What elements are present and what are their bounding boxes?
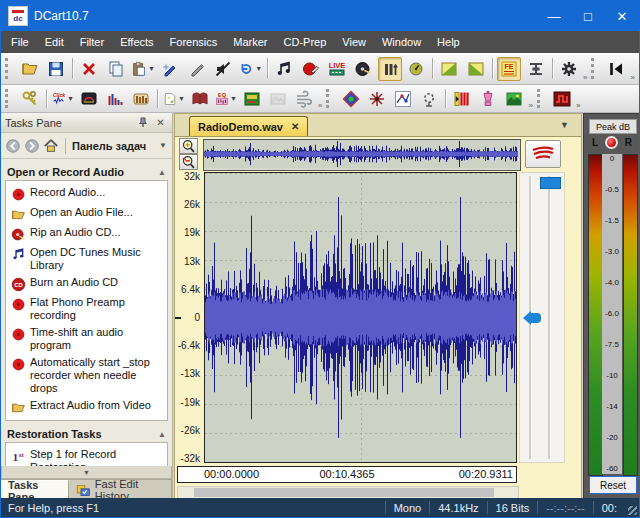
- tab-list-dropdown-icon[interactable]: ▼: [560, 120, 569, 130]
- tab-fast-edit-history[interactable]: Fast Edit History: [69, 480, 172, 500]
- toolbar-overflow-icon[interactable]: »: [575, 101, 582, 112]
- waveform-overview-canvas[interactable]: [204, 140, 518, 168]
- meter-reset-button[interactable]: Reset: [589, 476, 637, 494]
- zoom-in-button[interactable]: [179, 138, 198, 154]
- menu-file[interactable]: File: [3, 33, 37, 51]
- waveform-overview[interactable]: [203, 139, 521, 171]
- histogram-button[interactable]: [103, 88, 127, 110]
- open-file-button[interactable]: [18, 57, 42, 81]
- toolbar-overflow-icon[interactable]: »: [629, 73, 636, 84]
- vertical-zoom-thumb[interactable]: [540, 177, 561, 189]
- document-tab-bar: RadioDemo.wav ✕ ▼: [175, 114, 581, 137]
- fade-in-button[interactable]: [437, 57, 461, 81]
- record-live-button[interactable]: [298, 57, 322, 81]
- resize-grip[interactable]: [625, 498, 639, 517]
- cut-button[interactable]: [77, 57, 101, 81]
- svg-text:st: st: [18, 451, 23, 457]
- click-removal-button[interactable]: Click▼: [51, 88, 75, 110]
- save-file-button[interactable]: [44, 57, 68, 81]
- marker-pen-button[interactable]: [158, 57, 182, 81]
- menu-window[interactable]: Window: [374, 33, 429, 51]
- pencil-edit-button[interactable]: [184, 57, 208, 81]
- task-item-extract-audio-from-video[interactable]: Extract Audio from Video: [8, 397, 165, 417]
- overlay-picture-button[interactable]: [502, 88, 526, 110]
- toolbar-drag-handle[interactable]: [591, 58, 600, 80]
- document-tab[interactable]: RadioDemo.wav ✕: [189, 116, 308, 136]
- menu-view[interactable]: View: [334, 33, 374, 51]
- time-ruler[interactable]: 00:00.000000:10.436500:20.9311: [177, 466, 517, 483]
- waveform-canvas[interactable]: [205, 173, 516, 462]
- fade-out-button[interactable]: [464, 57, 488, 81]
- task-item-flat-phono-preamp-recording[interactable]: Flat Phono Preamp recording: [8, 294, 165, 324]
- cd-write-button[interactable]: [351, 57, 375, 81]
- dynamics-diamond-button[interactable]: [339, 88, 363, 110]
- menu-forensics[interactable]: Forensics: [162, 33, 226, 51]
- fast-edit-button[interactable]: FE: [497, 57, 521, 81]
- square-wave-button[interactable]: [550, 88, 574, 110]
- forward-icon[interactable]: [23, 137, 41, 155]
- task-item-record-audio[interactable]: Record Audio...: [8, 184, 165, 204]
- tasks-pane-view-dropdown[interactable]: Панель задач ▼: [70, 140, 169, 152]
- toolbar-drag-handle[interactable]: [5, 58, 14, 80]
- gauge-button[interactable]: [404, 57, 428, 81]
- toolbar-overflow-icon[interactable]: »: [317, 101, 324, 112]
- toolbar-drag-handle[interactable]: [537, 89, 546, 108]
- skip-to-start-button[interactable]: [604, 57, 628, 81]
- section-header-open-or-record-audio[interactable]: Open or Record Audio▲: [5, 163, 168, 180]
- gain-bars-button[interactable]: [129, 88, 153, 110]
- maximize-button[interactable]: □: [571, 1, 605, 31]
- waveform-view[interactable]: [204, 172, 517, 463]
- menu-marker[interactable]: Marker: [225, 33, 275, 51]
- noise-wind-button[interactable]: [292, 88, 316, 110]
- equalizer-button[interactable]: EQ▼: [214, 88, 238, 110]
- sync-station-button[interactable]: [523, 57, 547, 81]
- harmonic-reject-button[interactable]: [450, 88, 474, 110]
- menu-cd-prep[interactable]: CD-Prep: [276, 33, 335, 51]
- impulse-burst-button[interactable]: [365, 88, 389, 110]
- live-meter-button[interactable]: LIVE: [325, 57, 349, 81]
- media-blender-button[interactable]: [476, 88, 500, 110]
- task-item-burn-an-audio-cd[interactable]: CDBurn an Audio CD: [8, 274, 165, 294]
- virtual-phono-button[interactable]: [240, 88, 264, 110]
- gear-button[interactable]: [557, 57, 581, 81]
- task-item-automatically-start-stop-recorder-when-n[interactable]: Automatically start _stop recorder when …: [8, 354, 165, 397]
- horizontal-scrollbar-thumb[interactable]: [194, 488, 494, 497]
- task-item-rip-an-audio-cd[interactable]: Rip an Audio CD...: [8, 224, 165, 244]
- license-keys-button[interactable]: [18, 88, 42, 110]
- fade-tool-button[interactable]: ▼: [162, 88, 186, 110]
- close-pane-icon[interactable]: ✕: [153, 117, 168, 128]
- close-document-icon[interactable]: ✕: [291, 121, 299, 132]
- menu-help[interactable]: Help: [429, 33, 468, 51]
- toolbar-overflow-icon[interactable]: »: [582, 73, 589, 84]
- presets-book-button[interactable]: [188, 88, 212, 110]
- minimize-button[interactable]: —: [537, 1, 571, 31]
- spectrum-analyzer-button[interactable]: [77, 88, 101, 110]
- section-header-restoration-tasks[interactable]: Restoration Tasks▲: [5, 425, 168, 442]
- task-item-open-an-audio-file[interactable]: Open an Audio File...: [8, 204, 165, 224]
- home-icon[interactable]: [42, 137, 60, 155]
- task-item-label: Rip an Audio CD...: [30, 226, 164, 239]
- toolbar-overflow-icon[interactable]: »: [527, 101, 534, 112]
- zoom-out-button[interactable]: [179, 154, 198, 170]
- task-item-time-shift-an-audio-program[interactable]: Time-shift an audio program: [8, 324, 165, 354]
- menu-effects[interactable]: Effects: [112, 33, 161, 51]
- toolbar-drag-handle[interactable]: [5, 89, 14, 108]
- back-icon[interactable]: [4, 137, 22, 155]
- undo-button[interactable]: ▼: [237, 57, 263, 81]
- punch-filter-button[interactable]: [417, 88, 441, 110]
- mute-speaker-button[interactable]: [211, 57, 235, 81]
- close-button[interactable]: ✕: [605, 1, 639, 31]
- paste-button[interactable]: ▼: [130, 57, 156, 81]
- marker-scribble-button[interactable]: [525, 140, 561, 168]
- pin-icon[interactable]: [138, 117, 153, 128]
- interpolate-nodes-button[interactable]: [391, 88, 415, 110]
- task-item-open-dc-tunes-music-library[interactable]: Open DC Tunes Music Library: [8, 244, 165, 274]
- menu-filter[interactable]: Filter: [72, 33, 112, 51]
- menu-edit[interactable]: Edit: [37, 33, 72, 51]
- copy-button[interactable]: [104, 57, 128, 81]
- task-item-label: Record Audio...: [30, 186, 164, 199]
- dc-tunes-notes-button[interactable]: [272, 57, 296, 81]
- tab-tasks-pane[interactable]: Tasks Pane: [1, 480, 69, 500]
- level-meters-button[interactable]: [378, 57, 402, 81]
- toolbar-drag-handle[interactable]: [326, 89, 335, 108]
